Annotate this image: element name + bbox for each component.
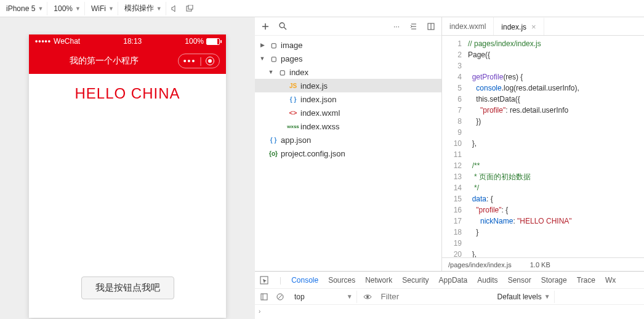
carrier-label: WeChat (54, 37, 80, 46)
tree-file-index-js[interactable]: JSindex.js (255, 79, 441, 92)
file-size: 1.0 KB (530, 261, 550, 269)
zoom-selector[interactable]: 100% ▼ (50, 2, 85, 15)
svg-point-2 (280, 23, 284, 28)
console-toolbar: top ▼ Default levels ▼ (255, 289, 644, 305)
levels-selector[interactable]: Default levels ▼ (494, 291, 555, 303)
filter-input[interactable] (378, 291, 489, 302)
tree-folder-image[interactable]: ▶▢image (255, 38, 441, 52)
devtools-panel: | Console Sources Network Security AppDa… (255, 271, 644, 319)
device-label: iPhone 5 (6, 4, 35, 13)
explorer-toolbar: ··· (255, 17, 441, 36)
tab-network[interactable]: Network (365, 276, 392, 285)
simulator-pane: ••••• WeChat 18:13 100% 我的第一个小程序 ••• | H… (0, 17, 255, 319)
capsule-button[interactable]: ••• | (178, 54, 220, 68)
tab-appdata[interactable]: AppData (439, 276, 468, 285)
hello-text: HELLO CHINA (74, 85, 180, 102)
network-selector[interactable]: WiFi ▼ (87, 2, 118, 15)
tree-file-index-wxml[interactable]: <>index.wxml (255, 106, 441, 119)
svg-point-7 (366, 296, 369, 298)
more-icon[interactable]: ··· (391, 21, 402, 32)
time-label: 18:13 (123, 37, 142, 46)
demo-button[interactable]: 我是按钮点我吧 (81, 277, 174, 299)
simulator-toolbar: iPhone 5 ▼ 100% ▼ WiFi ▼ 模拟操作 ▼ (0, 0, 644, 17)
network-label: WiFi (91, 4, 106, 13)
tree-file-project-config[interactable]: {o}project.config.json (255, 147, 441, 160)
editor-status-bar: /pages/index/index.js 1.0 KB (442, 257, 644, 271)
tab-console[interactable]: Console (291, 276, 318, 285)
add-file-icon[interactable] (260, 21, 271, 32)
battery-label: 100% (185, 37, 204, 46)
tab-sources[interactable]: Sources (328, 276, 355, 285)
more-icon: ••• (183, 57, 196, 65)
js-file-icon: JS (288, 81, 298, 91)
wxss-file-icon: wxss (288, 121, 298, 131)
detach-icon[interactable] (183, 2, 196, 15)
tab-storage[interactable]: Storage (541, 276, 567, 285)
device-selector[interactable]: iPhone 5 ▼ (2, 2, 47, 15)
json-file-icon: { } (288, 94, 298, 104)
editor-tabs: index.wxml index.js× (442, 17, 644, 36)
close-icon[interactable]: × (531, 22, 536, 31)
line-gutter: 123456789101112131415161718192021 (442, 36, 468, 257)
chevron-down-icon: ▼ (75, 6, 81, 12)
context-selector[interactable]: top ▼ (291, 291, 357, 303)
mock-selector[interactable]: 模拟操作 ▼ (121, 2, 166, 15)
tree-file-index-wxss[interactable]: wxssindex.wxss (255, 119, 441, 133)
inspect-icon[interactable] (259, 275, 270, 286)
zoom-label: 100% (54, 4, 73, 13)
nav-title: 我的第一个小程序 (35, 55, 173, 67)
file-path: /pages/index/index.js (448, 261, 512, 269)
split-icon[interactable] (425, 21, 437, 32)
devtools-tabs: | Console Sources Network Security AppDa… (255, 272, 644, 289)
phone-page: HELLO CHINA 我是按钮点我吧 (29, 74, 226, 318)
code-area[interactable]: 123456789101112131415161718192021 // pag… (442, 36, 644, 257)
tree-file-index-json[interactable]: { }index.json (255, 92, 441, 106)
chevron-down-icon: ▼ (347, 293, 353, 300)
indent-icon[interactable] (408, 21, 419, 32)
code-content: // pages/index/index.js Page({ getProfil… (468, 36, 644, 257)
console-prompt[interactable]: › (255, 305, 644, 317)
search-icon[interactable] (277, 21, 288, 32)
eye-icon[interactable] (362, 291, 373, 302)
json-file-icon: { } (268, 135, 278, 145)
clear-icon[interactable] (275, 291, 286, 302)
file-explorer: ··· ▶▢image ▼▢pages ▼▢index JSindex.js {… (255, 17, 442, 271)
tab-trace[interactable]: Trace (577, 276, 595, 285)
folder-open-icon: ▢ (277, 67, 287, 77)
tree-folder-index[interactable]: ▼▢index (255, 65, 441, 79)
tab-sensor[interactable]: Sensor (508, 276, 531, 285)
chevron-right-icon: › (259, 308, 260, 315)
tree-file-app-json[interactable]: { }app.json (255, 133, 441, 147)
svg-rect-5 (261, 294, 267, 300)
phone-status-bar: ••••• WeChat 18:13 100% (29, 34, 226, 48)
config-file-icon: {o} (268, 148, 278, 158)
tab-audits[interactable]: Audits (477, 276, 497, 285)
phone-frame: ••••• WeChat 18:13 100% 我的第一个小程序 ••• | H… (29, 34, 226, 318)
tree-folder-pages[interactable]: ▼▢pages (255, 52, 441, 65)
tab-index-js[interactable]: index.js× (494, 17, 544, 35)
tab-wx[interactable]: Wx (605, 276, 616, 285)
sidebar-toggle-icon[interactable] (259, 291, 270, 302)
svg-rect-1 (188, 5, 193, 9)
file-tree: ▶▢image ▼▢pages ▼▢index JSindex.js { }in… (255, 36, 441, 163)
tab-index-wxml[interactable]: index.wxml (442, 17, 494, 35)
battery-icon (206, 38, 220, 45)
wxml-file-icon: <> (288, 108, 298, 118)
mute-icon[interactable] (169, 2, 181, 15)
target-icon (206, 57, 214, 65)
tab-security[interactable]: Security (402, 276, 429, 285)
chevron-down-icon: ▼ (156, 6, 162, 12)
folder-icon: ▢ (268, 40, 278, 50)
chevron-down-icon: ▼ (108, 6, 114, 12)
signal-icon: ••••• (35, 37, 51, 46)
folder-open-icon: ▢ (268, 54, 278, 63)
mock-label: 模拟操作 (124, 3, 154, 14)
chevron-down-icon: ▼ (38, 6, 43, 12)
chevron-down-icon: ▼ (544, 293, 550, 300)
phone-nav-bar: 我的第一个小程序 ••• | (29, 48, 226, 74)
code-editor: index.wxml index.js× 1234567891011121314… (442, 17, 644, 271)
